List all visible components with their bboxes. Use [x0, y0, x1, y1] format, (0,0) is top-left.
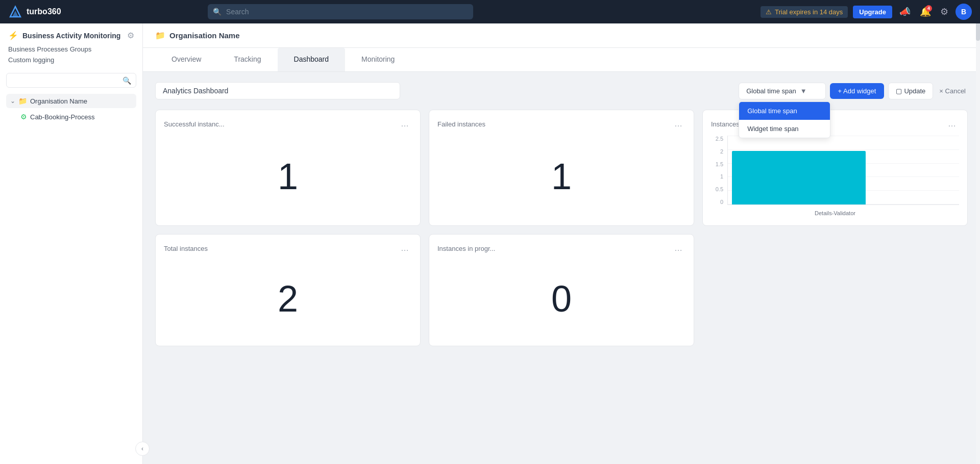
- sidebar-gear-button[interactable]: ⚙: [127, 31, 134, 40]
- trial-badge: ⚠ Trial expires in 14 days: [761, 6, 848, 18]
- y-label-1: 1: [711, 173, 723, 179]
- widget-title: Instances in progr...: [437, 245, 495, 252]
- tab-overview[interactable]: Overview: [155, 48, 217, 71]
- widget-menu-button[interactable]: …: [671, 118, 685, 130]
- trial-warning-icon: ⚠: [766, 8, 772, 16]
- widget-title: Successful instanc...: [164, 120, 225, 128]
- sidebar-header: ⚡ Business Activity Monitoring ⚙: [0, 23, 142, 42]
- widget-successful-instances: Successful instanc... … 1: [155, 110, 421, 226]
- toolbar-right: Global time span ▼ Global time span Widg…: [739, 83, 968, 99]
- widget-title: Total instances: [164, 245, 208, 252]
- folder-icon: 📁: [18, 97, 27, 105]
- widget-menu-button[interactable]: …: [398, 243, 412, 254]
- org-folder-icon: 📁: [155, 31, 165, 40]
- widget-header: Successful instanc... …: [164, 118, 412, 130]
- process-name-label: Cab-Booking-Process: [30, 113, 94, 121]
- widget-value: 1: [164, 136, 412, 217]
- y-label-2-5: 2.5: [711, 136, 723, 142]
- widget-value: 1: [437, 136, 685, 217]
- widgets-grid: Successful instanc... … 1 Failed instanc…: [155, 110, 968, 346]
- cancel-button[interactable]: × Cancel: [937, 83, 968, 99]
- sidebar-nav-custom-logging[interactable]: Custom logging: [8, 55, 134, 65]
- dashboard-name-input[interactable]: [155, 82, 400, 99]
- widget-value: 2: [164, 260, 412, 338]
- widget-instances-in-progress: Instances in progr... … 0: [429, 234, 694, 346]
- gear-icon: ⚙: [940, 6, 948, 17]
- widget-menu-button[interactable]: …: [398, 118, 412, 130]
- sidebar-search-icon: 🔍: [122, 76, 131, 85]
- widget-value: 0: [437, 260, 685, 338]
- sidebar-search-container: 🔍: [0, 69, 142, 92]
- chart-y-axis: 2.5 2 1.5 1 0.5 0: [711, 136, 725, 205]
- dashboard-toolbar: Global time span ▼ Global time span Widg…: [155, 82, 968, 99]
- top-nav-right: ⚠ Trial expires in 14 days Upgrade 📣 🔔 4…: [761, 4, 972, 20]
- app-logo[interactable]: turbo360: [8, 5, 61, 19]
- time-span-dropdown: Global time span Widget time span: [739, 101, 830, 138]
- user-avatar[interactable]: B: [955, 4, 972, 20]
- trial-text: Trial expires in 14 days: [775, 8, 843, 16]
- scrollbar-track[interactable]: [976, 0, 980, 464]
- logo-icon: [8, 5, 22, 19]
- y-label-2: 2: [711, 148, 723, 154]
- time-span-selected-label: Global time span: [746, 87, 796, 95]
- sidebar-nav-links: Business Processes Groups Custom logging: [0, 42, 142, 69]
- y-label-0: 0: [711, 199, 723, 205]
- time-span-button[interactable]: Global time span ▼: [739, 83, 825, 99]
- megaphone-icon: 📣: [899, 6, 911, 17]
- sidebar-collapse-button[interactable]: ‹: [135, 442, 150, 456]
- sidebar-nav-business-processes[interactable]: Business Processes Groups: [8, 44, 134, 54]
- notification-badge: 4: [925, 5, 932, 12]
- update-label: Update: [904, 87, 925, 95]
- tab-monitoring[interactable]: Monitoring: [345, 48, 411, 71]
- chevron-down-icon: ⌄: [10, 97, 15, 105]
- main-content: 📁 Organisation Name Overview Tracking Da…: [143, 23, 980, 464]
- sidebar: ⚡ Business Activity Monitoring ⚙ Busines…: [0, 23, 143, 464]
- chevron-down-icon: ▼: [800, 87, 807, 95]
- activity-icon: ⚡: [8, 31, 18, 40]
- widget-header: Total instances …: [164, 243, 412, 254]
- megaphone-button[interactable]: 📣: [897, 4, 913, 19]
- search-bar: 🔍: [208, 4, 473, 19]
- widget-failed-instances: Failed instances … 1: [429, 110, 694, 226]
- org-header-name: Organisation Name: [169, 31, 240, 40]
- y-label-0-5: 0.5: [711, 186, 723, 192]
- chart-bars-area: [727, 136, 959, 205]
- sidebar-tree-org[interactable]: ⌄ 📁 Organisation Name: [6, 94, 136, 108]
- widget-title: Failed instances: [437, 120, 485, 128]
- dropdown-option-widget[interactable]: Widget time span: [739, 120, 830, 138]
- add-widget-button[interactable]: + Add widget: [830, 83, 885, 99]
- process-icon: ⚙: [20, 113, 27, 121]
- org-header: 📁 Organisation Name: [143, 23, 980, 48]
- tab-dashboard[interactable]: Dashboard: [278, 48, 346, 71]
- settings-button[interactable]: ⚙: [938, 4, 950, 19]
- widget-menu-button[interactable]: …: [671, 243, 685, 254]
- dashboard-body: Global time span ▼ Global time span Widg…: [143, 72, 980, 464]
- widget-header: Failed instances …: [437, 118, 685, 130]
- widget-chart: 2.5 2 1.5 1 0.5 0: [711, 136, 959, 217]
- sidebar-section-title: ⚡ Business Activity Monitoring: [8, 31, 120, 40]
- update-button[interactable]: ▢ Update: [888, 83, 933, 99]
- tabs-bar: Overview Tracking Dashboard Monitoring: [143, 48, 980, 72]
- time-span-select: Global time span ▼ Global time span Widg…: [739, 83, 825, 99]
- top-navigation: turbo360 🔍 ⚠ Trial expires in 14 days Up…: [0, 0, 980, 23]
- tab-tracking[interactable]: Tracking: [217, 48, 277, 71]
- chevron-left-icon: ‹: [141, 445, 143, 452]
- dropdown-option-global[interactable]: Global time span: [739, 102, 830, 120]
- sidebar-tree-process[interactable]: ⚙ Cab-Booking-Process: [6, 110, 136, 123]
- widget-header: Instances in progr... …: [437, 243, 685, 254]
- notifications-button[interactable]: 🔔 4: [918, 4, 933, 19]
- widget-menu-button[interactable]: …: [945, 118, 959, 130]
- chart-bar-details-validator: [732, 151, 866, 204]
- sidebar-tree: ⌄ 📁 Organisation Name ⚙ Cab-Booking-Proc…: [0, 92, 142, 464]
- org-name-label: Organisation Name: [30, 97, 87, 105]
- upgrade-button[interactable]: Upgrade: [853, 6, 892, 18]
- app-name: turbo360: [27, 7, 61, 16]
- gear-icon: ⚙: [127, 31, 134, 40]
- grid-line: [728, 149, 959, 150]
- sidebar-search-input[interactable]: [6, 73, 136, 88]
- y-label-1-5: 1.5: [711, 161, 723, 167]
- sidebar-section-label: Business Activity Monitoring: [22, 32, 120, 40]
- update-icon: ▢: [896, 87, 902, 95]
- search-input[interactable]: [208, 4, 473, 19]
- app-body: ⚡ Business Activity Monitoring ⚙ Busines…: [0, 23, 980, 464]
